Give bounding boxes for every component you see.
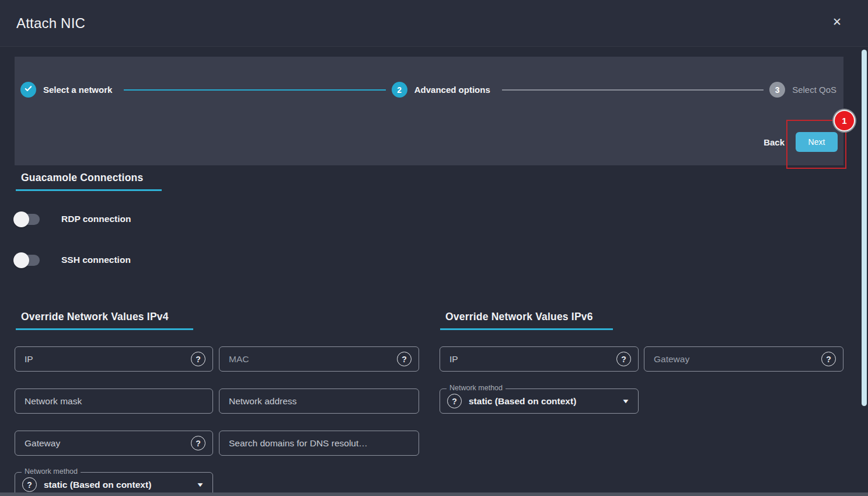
step-1-completed-circle[interactable] — [20, 82, 36, 98]
back-button[interactable]: Back — [764, 137, 785, 147]
ipv4-network-method-label: Network method — [22, 467, 81, 476]
stepper-panel: Select a network 2 Advanced options 3 Se… — [15, 57, 843, 165]
ipv4-search-domains-field[interactable] — [219, 431, 419, 456]
step-3-pending-circle[interactable]: 3 — [769, 82, 785, 98]
stepper: Select a network 2 Advanced options 3 Se… — [15, 82, 843, 98]
help-icon[interactable]: ? — [616, 352, 631, 366]
ipv4-mac-field[interactable]: ? — [219, 346, 419, 372]
rdp-toggle-row: RDP connection — [14, 211, 131, 227]
chevron-down-icon: ▼ — [622, 398, 630, 404]
ipv6-ip-field[interactable]: ? — [440, 346, 639, 372]
ipv6-ip-input[interactable] — [440, 347, 616, 371]
ipv6-network-method-dropdown[interactable]: Network method ? static (Based on contex… — [440, 389, 639, 414]
help-icon[interactable]: ? — [191, 436, 205, 450]
step-2-label: Advanced options — [414, 85, 490, 95]
ipv4-gateway-input[interactable] — [15, 431, 191, 455]
ipv4-ip-input[interactable] — [15, 347, 191, 371]
dialog-title: Attach NIC — [16, 15, 85, 32]
ipv6-section-heading: Override Network Values IPv6 — [440, 311, 613, 330]
rdp-toggle-label: RDP connection — [61, 214, 131, 224]
rdp-connection-toggle[interactable] — [14, 214, 40, 225]
ipv4-search-domains-input[interactable] — [219, 431, 419, 455]
ipv6-network-method-label: Network method — [447, 384, 506, 392]
check-icon — [24, 84, 33, 95]
ipv4-network-method-value: static (Based on context) — [44, 480, 197, 490]
wizard-buttons: Back Next — [764, 132, 838, 152]
step-connector-done — [124, 89, 385, 91]
step-1-label: Select a network — [43, 85, 112, 95]
dialog-header: Attach NIC ✕ — [0, 0, 868, 47]
ipv4-heading-text: Override Network Values IPv4 — [21, 311, 169, 322]
help-icon[interactable]: ? — [447, 394, 462, 408]
ipv4-network-address-input[interactable] — [219, 389, 419, 413]
ipv4-mac-input[interactable] — [219, 347, 397, 371]
step-3-label: Select QoS — [792, 85, 836, 95]
ipv6-network-method-value: static (Based on context) — [469, 396, 623, 407]
step-2-active-circle[interactable]: 2 — [392, 82, 407, 98]
ssh-toggle-label: SSH connection — [61, 255, 131, 265]
close-icon[interactable]: ✕ — [829, 14, 845, 29]
guacamole-section-heading: Guacamole Connections — [16, 172, 162, 191]
attach-nic-dialog: Attach NIC ✕ Select a network 2 Advanced… — [0, 0, 868, 496]
ipv6-heading-text: Override Network Values IPv6 — [445, 311, 593, 322]
ssh-connection-toggle[interactable] — [14, 255, 40, 266]
guacamole-heading-text: Guacamole Connections — [21, 172, 143, 183]
bottom-edge-strip — [0, 492, 868, 496]
help-icon[interactable]: ? — [191, 352, 205, 366]
ipv4-network-mask-input[interactable] — [15, 389, 212, 413]
chevron-down-icon: ▼ — [196, 481, 205, 488]
help-icon[interactable]: ? — [821, 352, 836, 366]
ipv4-network-address-field[interactable] — [219, 389, 419, 414]
toggle-knob — [13, 252, 29, 268]
help-icon[interactable]: ? — [397, 352, 412, 366]
ipv4-ip-field[interactable]: ? — [15, 346, 213, 372]
ipv6-gateway-field[interactable]: ? — [644, 346, 843, 372]
step-3-number: 3 — [775, 85, 780, 95]
vertical-scrollbar-thumb[interactable] — [862, 50, 867, 406]
ipv4-gateway-field[interactable]: ? — [15, 431, 213, 456]
ssh-toggle-row: SSH connection — [14, 252, 131, 268]
toggle-knob — [13, 211, 29, 227]
step-2-number: 2 — [397, 85, 402, 95]
next-button[interactable]: Next — [796, 132, 838, 152]
ipv4-network-mask-field[interactable] — [15, 389, 213, 414]
step-connector-pending — [502, 89, 764, 91]
ipv6-gateway-input[interactable] — [644, 347, 821, 371]
annotation-badge: 1 — [835, 111, 854, 130]
ipv4-section-heading: Override Network Values IPv4 — [16, 311, 193, 330]
help-icon[interactable]: ? — [22, 477, 37, 492]
